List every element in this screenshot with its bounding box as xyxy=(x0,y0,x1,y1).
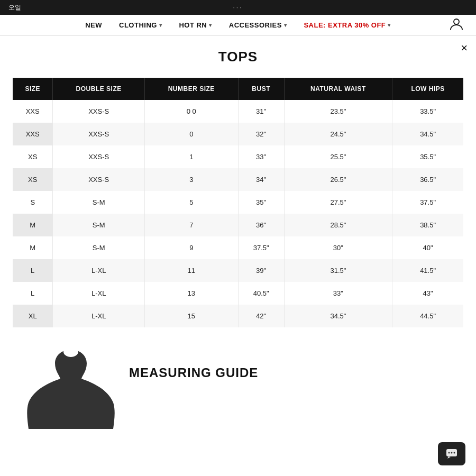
table-cell-4-4: 27.5" xyxy=(284,191,392,214)
table-cell-3-4: 26.5" xyxy=(284,168,392,191)
nav: NEW CLOTHING ▾ HOT RN ▾ ACCESSORIES ▾ SA… xyxy=(0,15,476,36)
table-cell-6-1: S-M xyxy=(53,236,144,259)
col-header-double-size: DOUBLE SIZE xyxy=(53,78,144,100)
table-cell-7-1: L-XL xyxy=(53,259,144,282)
table-cell-3-0: XS xyxy=(13,168,53,191)
table-row: XLL-XL1542"34.5"44.5" xyxy=(13,305,463,327)
chevron-down-icon-clothing: ▾ xyxy=(159,22,162,28)
close-button[interactable]: × xyxy=(461,42,468,54)
chevron-down-icon-accessories: ▾ xyxy=(284,22,287,28)
table-cell-7-2: 11 xyxy=(144,259,238,282)
svg-point-3 xyxy=(448,452,450,454)
table-cell-7-3: 39" xyxy=(238,259,284,282)
svg-point-4 xyxy=(451,452,453,454)
table-cell-6-5: 40" xyxy=(392,236,463,259)
table-cell-8-5: 43" xyxy=(392,282,463,305)
table-cell-4-2: 5 xyxy=(144,191,238,214)
chevron-down-icon-sale: ▾ xyxy=(388,22,391,28)
table-row: XSXXS-S334"26.5"36.5" xyxy=(13,168,463,191)
account-icon[interactable] xyxy=(450,17,463,34)
table-cell-8-4: 33" xyxy=(284,282,392,305)
table-cell-9-2: 15 xyxy=(144,305,238,327)
table-cell-9-4: 34.5" xyxy=(284,305,392,327)
nav-label-accessories: ACCESSORIES xyxy=(229,21,282,29)
table-cell-5-3: 36" xyxy=(238,214,284,236)
table-cell-4-3: 35" xyxy=(238,191,284,214)
table-row: XSXXS-S133"25.5"35.5" xyxy=(13,145,463,168)
measuring-section: MEASURING GUIDE xyxy=(13,344,463,452)
measuring-guide-title: MEASURING GUIDE xyxy=(129,365,258,380)
table-cell-1-2: 0 xyxy=(144,123,238,145)
nav-label-sale: SALE: EXTRA 30% OFF xyxy=(304,21,386,29)
table-cell-2-5: 35.5" xyxy=(392,145,463,168)
table-cell-5-4: 28.5" xyxy=(284,214,392,236)
nav-item-new[interactable]: NEW xyxy=(85,21,102,29)
svg-point-1 xyxy=(63,346,78,357)
table-cell-7-5: 41.5" xyxy=(392,259,463,282)
table-cell-0-4: 23.5" xyxy=(284,100,392,123)
chevron-down-icon-hotrn: ▾ xyxy=(209,22,212,28)
table-cell-3-2: 3 xyxy=(144,168,238,191)
table-cell-3-1: XXS-S xyxy=(53,168,144,191)
col-header-bust: BUST xyxy=(238,78,284,100)
size-table: SIZE DOUBLE SIZE NUMBER SIZE BUST NATURA… xyxy=(13,78,463,327)
table-row: MS-M937.5"30"40" xyxy=(13,236,463,259)
table-cell-7-0: L xyxy=(13,259,53,282)
table-cell-1-4: 24.5" xyxy=(284,123,392,145)
col-header-size: SIZE xyxy=(13,78,53,100)
table-cell-3-5: 36.5" xyxy=(392,168,463,191)
table-cell-9-5: 44.5" xyxy=(392,305,463,327)
table-cell-2-2: 1 xyxy=(144,145,238,168)
table-cell-8-1: L-XL xyxy=(53,282,144,305)
table-cell-5-1: S-M xyxy=(53,214,144,236)
table-cell-9-0: XL xyxy=(13,305,53,327)
top-bar-title: 오일 xyxy=(8,3,21,12)
table-cell-8-3: 40.5" xyxy=(238,282,284,305)
table-cell-7-4: 31.5" xyxy=(284,259,392,282)
top-bar-dots: ··· xyxy=(233,4,243,11)
table-cell-3-3: 34" xyxy=(238,168,284,191)
table-cell-5-2: 7 xyxy=(144,214,238,236)
table-cell-2-4: 25.5" xyxy=(284,145,392,168)
nav-item-clothing[interactable]: CLOTHING ▾ xyxy=(119,21,162,29)
nav-item-sale[interactable]: SALE: EXTRA 30% OFF ▾ xyxy=(304,21,390,29)
table-row: XXSXXS-S0 031"23.5"33.5" xyxy=(13,100,463,123)
table-cell-6-2: 9 xyxy=(144,236,238,259)
table-row: LL-XL1139"31.5"41.5" xyxy=(13,259,463,282)
table-cell-2-0: XS xyxy=(13,145,53,168)
main-content: TOPS SIZE DOUBLE SIZE NUMBER SIZE BUST N… xyxy=(0,36,476,452)
table-cell-5-5: 38.5" xyxy=(392,214,463,236)
page-title: TOPS xyxy=(13,49,463,65)
table-cell-0-0: XXS xyxy=(13,100,53,123)
table-cell-6-0: M xyxy=(13,236,53,259)
chat-button[interactable] xyxy=(438,442,465,465)
table-row: LL-XL1340.5"33"43" xyxy=(13,282,463,305)
table-cell-1-0: XXS xyxy=(13,123,53,145)
nav-label-clothing: CLOTHING xyxy=(119,21,157,29)
table-cell-6-3: 37.5" xyxy=(238,236,284,259)
table-cell-8-2: 13 xyxy=(144,282,238,305)
table-cell-4-1: S-M xyxy=(53,191,144,214)
svg-point-0 xyxy=(454,19,459,24)
table-cell-1-5: 34.5" xyxy=(392,123,463,145)
table-cell-2-3: 33" xyxy=(238,145,284,168)
table-cell-5-0: M xyxy=(13,214,53,236)
svg-point-5 xyxy=(454,452,455,454)
nav-label-new: NEW xyxy=(85,21,102,29)
table-cell-1-3: 32" xyxy=(238,123,284,145)
measuring-guide-content: MEASURING GUIDE xyxy=(129,344,258,380)
table-row: SS-M535"27.5"37.5" xyxy=(13,191,463,214)
table-cell-9-1: L-XL xyxy=(53,305,144,327)
table-cell-9-3: 42" xyxy=(238,305,284,327)
table-cell-8-0: L xyxy=(13,282,53,305)
table-cell-4-5: 37.5" xyxy=(392,191,463,214)
table-cell-0-3: 31" xyxy=(238,100,284,123)
nav-item-accessories[interactable]: ACCESSORIES ▾ xyxy=(229,21,287,29)
top-bar: 오일 ··· xyxy=(0,0,476,15)
nav-item-hotrn[interactable]: HOT RN ▾ xyxy=(179,21,212,29)
table-row: XXSXXS-S032"24.5"34.5" xyxy=(13,123,463,145)
table-cell-0-5: 33.5" xyxy=(392,100,463,123)
table-cell-6-4: 30" xyxy=(284,236,392,259)
table-cell-2-1: XXS-S xyxy=(53,145,144,168)
table-cell-0-1: XXS-S xyxy=(53,100,144,123)
